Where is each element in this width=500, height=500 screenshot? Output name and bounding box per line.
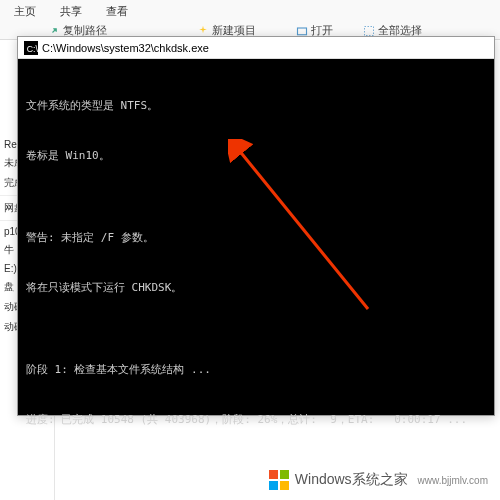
ribbon-bar: 主页 共享 查看 复制路径 新建项目 打开 全部选择 <box>0 0 500 40</box>
tab-home[interactable]: 主页 <box>8 2 42 21</box>
svg-rect-7 <box>269 481 278 490</box>
svg-text:C:\: C:\ <box>27 43 38 53</box>
cmd-icon: C:\ <box>24 41 38 55</box>
console-line: 警告: 未指定 /F 参数。 <box>26 230 486 247</box>
console-titlebar[interactable]: C:\ C:\Windows\system32\chkdsk.exe <box>18 37 494 59</box>
svg-rect-5 <box>269 470 278 479</box>
svg-rect-1 <box>365 26 374 35</box>
console-line: 文件系统的类型是 NTFS。 <box>26 98 486 115</box>
console-window: C:\ C:\Windows\system32\chkdsk.exe 文件系统的… <box>17 36 495 416</box>
watermark-url: www.bjjmlv.com <box>418 475 488 486</box>
console-title: C:\Windows\system32\chkdsk.exe <box>42 42 209 54</box>
console-line: 进度: 已完成 10548 (共 403968)，阶段: 26%，总计: 9，E… <box>26 412 486 429</box>
svg-rect-0 <box>298 28 307 35</box>
watermark-text: Windows系统之家 <box>295 471 408 489</box>
windows-logo-icon <box>269 470 289 490</box>
tab-view[interactable]: 查看 <box>100 2 134 21</box>
sparkle-icon <box>197 25 209 37</box>
console-line: 将在只读模式下运行 CHKDSK。 <box>26 280 486 297</box>
console-output: 文件系统的类型是 NTFS。 卷标是 Win10。 警告: 未指定 /F 参数。… <box>18 59 494 415</box>
open-icon <box>296 25 308 37</box>
console-line: 阶段 1: 检查基本文件系统结构 ... <box>26 362 486 379</box>
select-all-icon <box>363 25 375 37</box>
content-area: Recv 未成品 完成品 网盘 p10 (C:) 牛 ( E:) 盘 ( 动磁盘… <box>0 40 500 500</box>
watermark: Windows系统之家 www.bjjmlv.com <box>265 468 492 492</box>
svg-rect-6 <box>280 470 289 479</box>
svg-rect-8 <box>280 481 289 490</box>
link-icon <box>48 25 60 37</box>
main-area: C:\ C:\Windows\system32\chkdsk.exe 文件系统的… <box>55 40 500 500</box>
ribbon-tabs: 主页 共享 查看 <box>8 2 492 21</box>
console-line: 卷标是 Win10。 <box>26 148 486 165</box>
tab-share[interactable]: 共享 <box>54 2 88 21</box>
